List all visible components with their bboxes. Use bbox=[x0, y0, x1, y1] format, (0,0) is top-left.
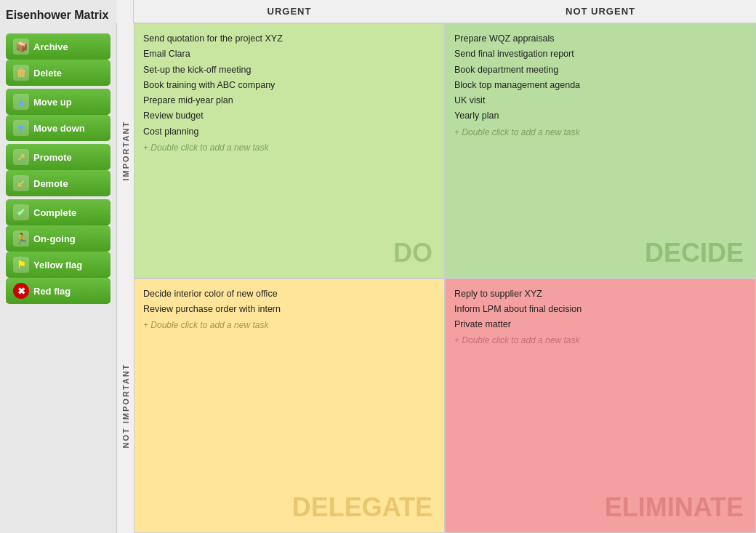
do-label: DO bbox=[393, 240, 433, 266]
quadrant-delegate[interactable]: Decide interior color of new officeRevie… bbox=[134, 278, 445, 534]
task-item[interactable]: Send quotation for the project XYZ bbox=[143, 31, 435, 47]
quadrant-decide[interactable]: Prepare WQZ appraisalsSend final investi… bbox=[445, 23, 756, 278]
red-flag-icon: ✖ bbox=[13, 283, 29, 299]
btn-archive[interactable]: 📦Archive bbox=[6, 33, 110, 60]
yellow-flag-icon: ⚑ bbox=[13, 257, 29, 273]
move-up-icon: ▲ bbox=[13, 94, 29, 110]
delete-label: Delete bbox=[33, 68, 62, 79]
eliminate-label: ELIMINATE bbox=[605, 494, 744, 521]
add-task-delegate[interactable]: + Double click to add a new task bbox=[143, 320, 435, 330]
task-item[interactable]: Prepare mid-year plan bbox=[143, 93, 435, 108]
btn-ongoing[interactable]: 🏃On-going bbox=[6, 225, 110, 252]
not-important-label: NOT IMPORTANT bbox=[116, 278, 134, 534]
delegate-label: DELEGATE bbox=[292, 494, 433, 521]
task-item[interactable]: Inform LPM about final decision bbox=[454, 302, 747, 317]
move-down-label: Move down bbox=[33, 123, 85, 134]
archive-icon: 📦 bbox=[13, 39, 29, 55]
task-item[interactable]: Decide interior color of new office bbox=[143, 286, 435, 302]
task-item[interactable]: Private matter bbox=[454, 317, 747, 332]
quadrant-grid: Send quotation for the project XYZEmail … bbox=[134, 23, 756, 533]
task-item[interactable]: Book department meeting bbox=[454, 63, 747, 78]
main-area: URGENT NOT URGENT IMPORTANT NOT IMPORTAN… bbox=[116, 0, 756, 533]
row-labels: IMPORTANT NOT IMPORTANT bbox=[116, 23, 134, 533]
task-item[interactable]: Reply to supplier XYZ bbox=[454, 286, 747, 302]
demote-icon: ↙ bbox=[13, 175, 29, 191]
quadrant-eliminate[interactable]: Reply to supplier XYZInform LPM about fi… bbox=[445, 278, 756, 534]
task-item[interactable]: Yearly plan bbox=[454, 108, 747, 124]
ongoing-icon: 🏃 bbox=[13, 231, 29, 247]
header-row: URGENT NOT URGENT bbox=[116, 0, 756, 23]
not-urgent-header: NOT URGENT bbox=[445, 0, 756, 23]
task-item[interactable]: Book training with ABC company bbox=[143, 78, 435, 93]
btn-move-down[interactable]: ▼Move down bbox=[6, 115, 110, 141]
sidebar: Eisenhower Matrix 📦Archive🗑Delete▲Move u… bbox=[0, 0, 116, 533]
promote-icon: ↗ bbox=[13, 149, 29, 165]
btn-red-flag[interactable]: ✖Red flag bbox=[6, 278, 110, 304]
matrix-area: IMPORTANT NOT IMPORTANT Send quotation f… bbox=[116, 23, 756, 533]
ongoing-label: On-going bbox=[33, 233, 76, 244]
task-item[interactable]: Prepare WQZ appraisals bbox=[454, 31, 747, 47]
archive-label: Archive bbox=[33, 41, 68, 52]
demote-label: Demote bbox=[33, 178, 68, 189]
task-item[interactable]: Email Clara bbox=[143, 47, 435, 62]
urgent-header: URGENT bbox=[134, 0, 445, 23]
quadrant-do[interactable]: Send quotation for the project XYZEmail … bbox=[134, 23, 445, 278]
move-up-label: Move up bbox=[33, 97, 72, 108]
delete-icon: 🗑 bbox=[13, 65, 29, 81]
task-item[interactable]: Send final investigation report bbox=[454, 47, 747, 62]
task-item[interactable]: Review purchase order with intern bbox=[143, 302, 435, 317]
red-flag-label: Red flag bbox=[33, 286, 71, 297]
task-list-delegate: Decide interior color of new officeRevie… bbox=[143, 286, 435, 318]
task-list-do: Send quotation for the project XYZEmail … bbox=[143, 31, 435, 140]
task-item[interactable]: Cost planning bbox=[143, 124, 435, 140]
task-item[interactable]: Set-up the kick-off meeting bbox=[143, 63, 435, 78]
task-list-decide: Prepare WQZ appraisalsSend final investi… bbox=[454, 31, 747, 124]
app-title: Eisenhower Matrix bbox=[6, 6, 110, 25]
btn-delete[interactable]: 🗑Delete bbox=[6, 60, 110, 86]
add-task-eliminate[interactable]: + Double click to add a new task bbox=[454, 335, 747, 345]
complete-label: Complete bbox=[33, 207, 76, 218]
btn-demote[interactable]: ↙Demote bbox=[6, 170, 110, 196]
task-list-eliminate: Reply to supplier XYZInform LPM about fi… bbox=[454, 286, 747, 333]
task-item[interactable]: Review budget bbox=[143, 108, 435, 124]
move-down-icon: ▼ bbox=[13, 120, 29, 136]
add-task-do[interactable]: + Double click to add a new task bbox=[143, 143, 435, 153]
important-label: IMPORTANT bbox=[116, 23, 134, 278]
task-item[interactable]: UK visit bbox=[454, 93, 747, 108]
btn-promote[interactable]: ↗Promote bbox=[6, 144, 110, 170]
btn-yellow-flag[interactable]: ⚑Yellow flag bbox=[6, 252, 110, 278]
btn-move-up[interactable]: ▲Move up bbox=[6, 89, 110, 115]
btn-complete[interactable]: ✔Complete bbox=[6, 199, 110, 225]
task-item[interactable]: Block top management agenda bbox=[454, 78, 747, 93]
yellow-flag-label: Yellow flag bbox=[33, 260, 82, 270]
complete-icon: ✔ bbox=[13, 204, 29, 220]
promote-label: Promote bbox=[33, 152, 72, 163]
add-task-decide[interactable]: + Double click to add a new task bbox=[454, 127, 747, 137]
decide-label: DECIDE bbox=[645, 240, 744, 266]
